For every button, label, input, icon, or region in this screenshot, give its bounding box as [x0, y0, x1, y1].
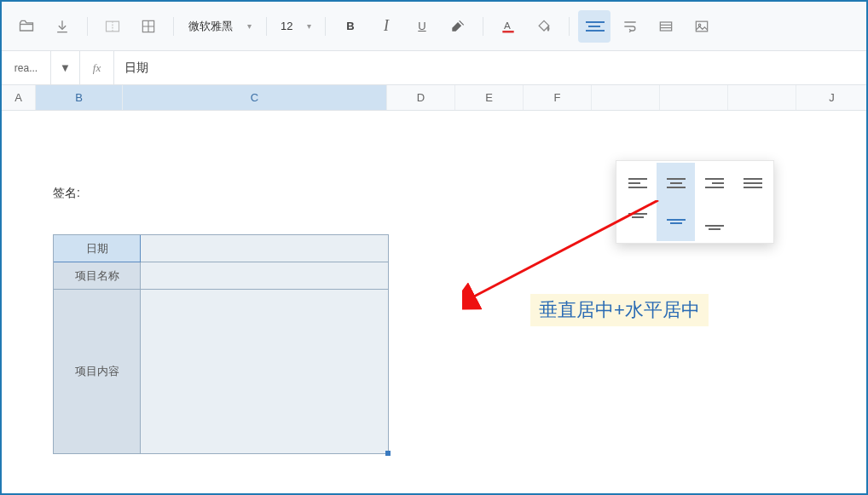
valign-bottom-button[interactable]	[695, 202, 733, 241]
merge-cells-icon[interactable]	[96, 10, 129, 43]
image-icon[interactable]	[686, 10, 718, 43]
col-header-e[interactable]: E	[455, 85, 524, 110]
col-header-b[interactable]: B	[36, 85, 123, 110]
font-size-label: 12	[281, 20, 292, 32]
col-header-a[interactable]: A	[2, 85, 36, 110]
table-row: 项目内容	[54, 290, 388, 453]
valign-top-button[interactable]	[618, 202, 657, 241]
table-row: 项目名称	[54, 262, 388, 290]
font-family-label: 微软雅黑	[188, 19, 233, 34]
col-header-f[interactable]: F	[524, 85, 592, 110]
table-fit-icon[interactable]	[650, 10, 682, 43]
table-cell[interactable]	[141, 290, 388, 453]
format-painter-icon[interactable]	[442, 10, 474, 43]
name-box[interactable]: rea...	[2, 51, 51, 84]
annotation-text: 垂直居中+水平居中	[530, 294, 709, 326]
svg-rect-3	[502, 31, 513, 33]
col-header-c[interactable]: C	[123, 85, 387, 110]
align-button[interactable]	[578, 10, 610, 43]
table-header-project-content[interactable]: 项目内容	[54, 290, 141, 453]
table-cell[interactable]	[141, 235, 388, 262]
borders-icon[interactable]	[132, 10, 165, 43]
column-headers: A B C D E F J	[2, 85, 866, 111]
svg-rect-4	[660, 22, 671, 31]
font-color-button[interactable]: A	[492, 10, 524, 43]
align-justify-button[interactable]	[733, 163, 772, 202]
table-header-project-name[interactable]: 项目名称	[54, 262, 141, 290]
table-header-date[interactable]: 日期	[54, 235, 141, 262]
italic-button[interactable]: I	[370, 10, 402, 43]
sheet-grid[interactable]: 签名: 日期 项目名称 项目内容	[2, 111, 866, 493]
selection-handle[interactable]	[385, 451, 391, 456]
table-row: 日期	[54, 235, 388, 262]
font-size-select[interactable]: 12 ▾	[275, 12, 316, 41]
embedded-table[interactable]: 日期 项目名称 项目内容	[53, 234, 389, 454]
col-header-h[interactable]	[660, 85, 728, 110]
col-header-g[interactable]	[592, 85, 660, 110]
col-header-i[interactable]	[728, 85, 796, 110]
open-icon[interactable]	[10, 10, 43, 43]
chevron-down-icon: ▾	[307, 21, 311, 31]
table-cell[interactable]	[141, 262, 388, 290]
align-left-button[interactable]	[618, 163, 657, 202]
svg-text:A: A	[504, 20, 511, 31]
col-header-d[interactable]: D	[387, 85, 455, 110]
formula-bar: rea... ▼ fx	[2, 51, 866, 85]
fx-label: fx	[80, 51, 114, 84]
font-family-select[interactable]: 微软雅黑 ▾	[182, 12, 258, 41]
signature-label: 签名:	[53, 186, 80, 201]
align-right-button[interactable]	[695, 163, 733, 202]
valign-stretch-button[interactable]	[733, 202, 772, 241]
fill-color-button[interactable]	[528, 10, 560, 43]
toolbar: 微软雅黑 ▾ 12 ▾ B I U A	[2, 2, 866, 51]
underline-button[interactable]: U	[406, 10, 438, 43]
download-icon[interactable]	[46, 10, 78, 43]
chevron-down-icon: ▾	[247, 21, 252, 31]
svg-rect-5	[696, 21, 707, 32]
wrap-text-button[interactable]	[614, 10, 646, 43]
alignment-dropdown	[616, 160, 774, 244]
svg-rect-0	[107, 21, 119, 32]
namebox-dropdown[interactable]: ▼	[51, 51, 80, 84]
col-header-j[interactable]: J	[796, 85, 868, 110]
formula-input[interactable]	[114, 51, 866, 84]
valign-middle-button[interactable]	[657, 202, 695, 241]
bold-button[interactable]: B	[334, 10, 367, 43]
align-center-button[interactable]	[657, 163, 695, 202]
